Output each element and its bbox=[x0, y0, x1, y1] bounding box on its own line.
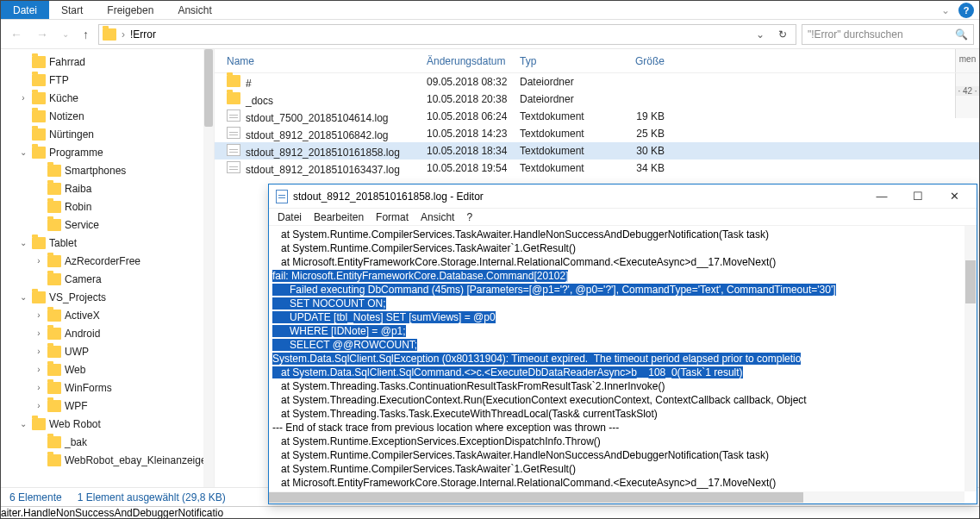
tree-item[interactable]: FTP bbox=[1, 71, 214, 89]
tree-item[interactable]: ⌄Programme bbox=[1, 143, 214, 161]
expand-icon[interactable]: › bbox=[34, 365, 44, 374]
tree-item-label: Web bbox=[65, 364, 85, 376]
nav-back-icon[interactable]: ← bbox=[6, 28, 27, 41]
help-icon[interactable]: ? bbox=[958, 3, 974, 18]
ribbon-tab-share[interactable]: Freigeben bbox=[95, 1, 165, 19]
notepad-menu-item[interactable]: Format bbox=[376, 211, 409, 223]
tree-item[interactable]: ›AzRecorderFree bbox=[1, 252, 214, 270]
notepad-vscrollbar[interactable] bbox=[964, 226, 977, 491]
address-bar[interactable]: › !Error ⌄ ↻ bbox=[98, 24, 796, 45]
tree-item[interactable]: Raiba bbox=[1, 179, 214, 197]
col-size[interactable]: Größe bbox=[613, 55, 665, 67]
log-line: at System.Data.SqlClient.SqlCommand.<>c.… bbox=[272, 366, 973, 379]
tree-item[interactable]: ›ActiveX bbox=[1, 306, 214, 324]
tree-item[interactable]: WebRobot_ebay_Kleinanzeigen bbox=[1, 451, 214, 469]
notepad-menu-item[interactable]: Ansicht bbox=[421, 211, 454, 223]
nav-recent-icon[interactable]: ⌄ bbox=[58, 29, 73, 39]
expand-icon[interactable]: › bbox=[34, 347, 44, 356]
ribbon-tab-view[interactable]: Ansicht bbox=[165, 1, 223, 19]
col-type[interactable]: Typ bbox=[520, 55, 613, 67]
ribbon-expand-icon[interactable]: ⌄ bbox=[938, 1, 953, 19]
expand-icon[interactable]: ⌄ bbox=[18, 419, 28, 428]
expand-icon[interactable]: › bbox=[34, 256, 44, 266]
tree-item[interactable]: ›WPF bbox=[1, 397, 214, 415]
file-row[interactable]: stdout_7500_20185104614.log10.05.2018 06… bbox=[215, 108, 979, 125]
tree-item[interactable]: Camera bbox=[1, 270, 214, 288]
notepad-text-area[interactable]: at System.Runtime.CompilerServices.TaskA… bbox=[269, 226, 977, 503]
file-type: Textdokument bbox=[520, 128, 613, 140]
notepad-menu-item[interactable]: Datei bbox=[278, 211, 302, 223]
expand-icon[interactable]: › bbox=[34, 328, 44, 338]
notepad-menu-item[interactable]: ? bbox=[466, 211, 472, 223]
folder-icon bbox=[227, 75, 240, 87]
folder-tree[interactable]: FahrradFTP›KücheNotizenNürtingen⌄Program… bbox=[1, 49, 215, 487]
file-name: stdout_8912_20185106842.log bbox=[246, 129, 389, 141]
nav-up-icon[interactable]: ↑ bbox=[78, 28, 93, 41]
notepad-window: stdout_8912_2018510161858.log - Editor —… bbox=[268, 184, 977, 504]
folder-icon bbox=[47, 273, 61, 285]
tree-item[interactable]: Fahrrad bbox=[1, 53, 214, 71]
expand-icon[interactable]: ⌄ bbox=[18, 147, 28, 157]
ribbon-tab-file[interactable]: Datei bbox=[1, 1, 49, 19]
expand-icon[interactable]: › bbox=[34, 401, 44, 410]
tree-scrollbar[interactable] bbox=[203, 49, 214, 487]
folder-icon bbox=[32, 92, 46, 104]
notepad-titlebar[interactable]: stdout_8912_2018510161858.log - Editor —… bbox=[269, 184, 977, 209]
folder-icon bbox=[47, 436, 61, 448]
file-row[interactable]: stdout_8912_20185106842.log10.05.2018 14… bbox=[215, 125, 979, 142]
file-type: Textdokument bbox=[520, 162, 613, 174]
tree-item[interactable]: Service bbox=[1, 216, 214, 234]
close-button[interactable]: ✕ bbox=[939, 187, 970, 206]
notepad-menu: DateiBearbeitenFormatAnsicht? bbox=[269, 209, 977, 226]
breadcrumb-folder[interactable]: !Error bbox=[130, 28, 156, 41]
status-selection: 1 Element ausgewählt (29,8 KB) bbox=[78, 491, 226, 503]
refresh-icon[interactable]: ↻ bbox=[773, 28, 792, 41]
tree-item-label: WebRobot_ebay_Kleinanzeigen bbox=[65, 454, 212, 466]
maximize-button[interactable]: ☐ bbox=[902, 187, 933, 206]
file-icon bbox=[227, 109, 240, 122]
file-row[interactable]: stdout_8912_2018510163437.log10.05.2018 … bbox=[215, 159, 979, 177]
notepad-hscrollbar[interactable] bbox=[269, 491, 964, 503]
tree-item[interactable]: ⌄Web Robot bbox=[1, 415, 214, 433]
file-name: stdout_8912_2018510163437.log bbox=[246, 164, 400, 176]
folder-icon bbox=[32, 147, 46, 159]
notepad-menu-item[interactable]: Bearbeiten bbox=[314, 211, 364, 223]
tree-item[interactable]: Smartphones bbox=[1, 161, 214, 179]
file-row[interactable]: _docs10.05.2018 20:38Dateiordner bbox=[215, 91, 979, 108]
tree-item[interactable]: ›Android bbox=[1, 324, 214, 342]
file-row[interactable]: stdout_8912_2018510161858.log10.05.2018 … bbox=[215, 142, 979, 159]
expand-icon[interactable]: › bbox=[34, 310, 44, 320]
tree-item[interactable]: Nürtingen bbox=[1, 125, 214, 143]
tree-item[interactable]: Robin bbox=[1, 197, 214, 216]
folder-icon bbox=[103, 28, 116, 41]
search-input[interactable]: "!Error" durchsuchen 🔍 bbox=[802, 24, 974, 45]
tree-item[interactable]: ›WinForms bbox=[1, 378, 214, 397]
address-dropdown-icon[interactable]: ⌄ bbox=[752, 28, 768, 41]
tree-item[interactable]: ⌄VS_Projects bbox=[1, 288, 214, 306]
ribbon-tab-start[interactable]: Start bbox=[49, 1, 95, 19]
expand-icon[interactable]: › bbox=[34, 383, 44, 392]
file-date: 10.05.2018 19:54 bbox=[427, 162, 520, 174]
tree-item[interactable]: ›Küche bbox=[1, 89, 214, 107]
expand-icon[interactable]: ⌄ bbox=[18, 238, 28, 247]
nav-forward-icon[interactable]: → bbox=[32, 28, 53, 41]
folder-icon bbox=[47, 346, 61, 358]
tree-item-label: Smartphones bbox=[65, 165, 126, 177]
folder-icon bbox=[47, 255, 61, 267]
tree-item[interactable]: Notizen bbox=[1, 107, 214, 125]
folder-icon bbox=[47, 400, 61, 412]
log-line: at System.Threading.Tasks.ContinuationRe… bbox=[272, 379, 973, 393]
tree-item-label: Camera bbox=[65, 273, 102, 285]
folder-icon bbox=[32, 110, 46, 122]
ribbon: Datei Start Freigeben Ansicht ⌄ ? bbox=[1, 1, 979, 20]
col-name[interactable]: Name bbox=[227, 55, 427, 67]
tree-item[interactable]: ›Web bbox=[1, 360, 214, 378]
minimize-button[interactable]: — bbox=[866, 187, 897, 206]
tree-item[interactable]: ⌄Tablet bbox=[1, 234, 214, 252]
expand-icon[interactable]: › bbox=[18, 93, 28, 103]
tree-item[interactable]: ›UWP bbox=[1, 342, 214, 360]
file-row[interactable]: #09.05.2018 08:32Dateiordner bbox=[215, 73, 979, 91]
expand-icon[interactable]: ⌄ bbox=[18, 292, 28, 302]
tree-item[interactable]: _bak bbox=[1, 433, 214, 451]
col-date[interactable]: Änderungsdatum bbox=[427, 55, 520, 67]
